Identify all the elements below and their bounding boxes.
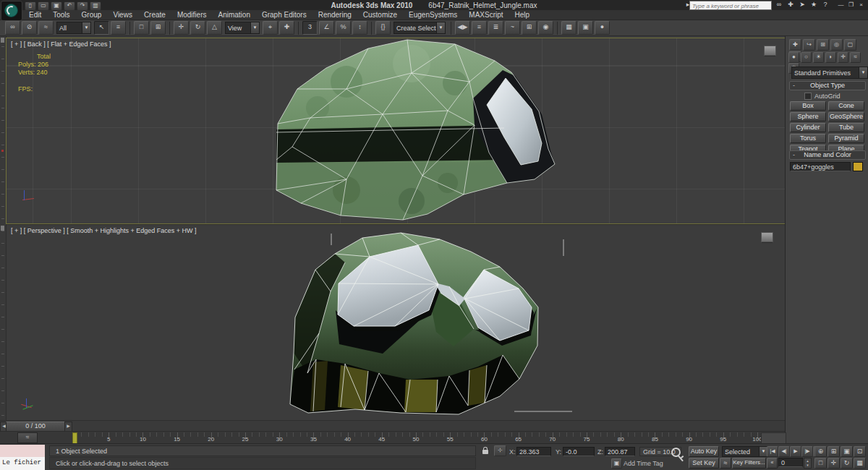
viewport-back[interactable]: [ + ] [ Back ] [ Flat + Edged Faces ] To… [6, 38, 786, 224]
add-time-tag[interactable]: Add Time Tag [624, 460, 663, 467]
geosphere-button[interactable]: GeoSphere [828, 112, 864, 121]
maxscript-mini-listener[interactable]: Le fichier C [0, 457, 45, 470]
z-coordinate-field[interactable]: 200.87 [605, 447, 635, 456]
hierarchy-tab[interactable]: ⊞ [817, 39, 829, 51]
percent-snap-button[interactable]: % [336, 21, 351, 35]
object-type-rollout[interactable]: - Object Type [789, 81, 866, 90]
select-and-scale-button[interactable]: △ [207, 21, 222, 35]
zoom-button[interactable]: ⊕ [814, 446, 827, 457]
bind-to-space-warp-button[interactable]: ≈ [38, 21, 54, 35]
infocenter-help-icon[interactable]: ? [820, 1, 830, 9]
time-slider-handle[interactable]: 0 / 100 [6, 422, 65, 432]
y-coordinate-field[interactable]: -0.0 [563, 447, 595, 456]
modify-tab[interactable]: ↪ [803, 39, 815, 51]
key-filters-button[interactable]: Key Filters... [732, 458, 766, 469]
zoom-all-button[interactable]: ⊞ [827, 446, 840, 457]
zoom-extents-selected-button[interactable]: ▣ [841, 446, 853, 457]
subscription-wrench-icon[interactable]: ✚ [786, 1, 796, 9]
schematic-view-button[interactable]: ⊞ [522, 21, 537, 35]
render-setup-button[interactable]: ▦ [561, 21, 576, 35]
auto-key-button[interactable]: Auto Key [689, 446, 719, 457]
cone-button[interactable]: Cone [828, 101, 864, 111]
menu-graph-editors[interactable]: Graph Editors [256, 10, 312, 20]
restore-button[interactable]: ❐ [846, 1, 856, 9]
pyramid-button[interactable]: Pyramid [828, 134, 864, 143]
snap-toggle-button[interactable]: 3 [302, 21, 318, 35]
minimize-button[interactable]: — [836, 1, 846, 9]
previous-frame-button[interactable]: ◀| [778, 446, 790, 457]
lights-category[interactable]: ☀ [813, 52, 824, 63]
orbit-viewport-button[interactable]: ↻ [841, 458, 853, 469]
menu-maxscript[interactable]: MAXScript [463, 10, 509, 20]
communication-center-icon[interactable]: ➤ [797, 1, 807, 9]
menu-customize[interactable]: Customize [357, 10, 403, 20]
cylinder-button[interactable]: Cylinder [790, 123, 826, 132]
window-crossing-toggle-button[interactable]: ⊞ [150, 21, 166, 35]
key-mode-dropdown[interactable]: Selected▼ [722, 446, 768, 457]
sphere-button[interactable]: Sphere [790, 112, 826, 121]
spacewarps-category[interactable]: ≈ [850, 52, 861, 63]
zoom-region-button[interactable]: □ [814, 458, 827, 469]
track-bar[interactable]: ≈ 05101520253035404550556065707580859095… [0, 431, 785, 443]
time-slider[interactable]: ◀ 0 / 100 ▶ [0, 420, 785, 431]
frame-spinner[interactable]: ▴▾ [804, 458, 812, 469]
create-tab[interactable]: ✚ [789, 39, 801, 51]
selection-lock-toggle[interactable] [480, 446, 491, 456]
primitive-category-dropdown[interactable]: Standard Primitives▼ [791, 67, 868, 79]
unlink-selection-button[interactable]: ⊘ [22, 21, 37, 35]
favorites-star-icon[interactable]: ★ [809, 1, 819, 9]
mirror-button[interactable]: ◀▶ [455, 21, 470, 35]
viewport-perspective[interactable]: [ + ] [ Perspective ] [ Smooth + Highlig… [6, 224, 786, 422]
use-pivot-point-button[interactable]: ⌖ [263, 21, 278, 35]
viewport-label[interactable]: [ + ] [ Back ] [ Flat + Edged Faces ] [11, 40, 111, 48]
menu-group[interactable]: Group [76, 10, 108, 20]
next-frame-button[interactable]: |▶ [801, 446, 813, 457]
menu-help[interactable]: Help [509, 10, 536, 20]
angle-snap-button[interactable]: ∠ [319, 21, 334, 35]
align-button[interactable]: ≡ [472, 21, 487, 35]
material-editor-button[interactable]: ◉ [538, 21, 553, 35]
viewport-tab-icon[interactable] [1, 226, 4, 231]
spinner-snap-button[interactable]: ↕ [352, 21, 367, 35]
max-logo-button[interactable] [1, 1, 22, 21]
autogrid-checkbox[interactable] [804, 93, 812, 101]
helpers-category[interactable]: ✛ [838, 52, 848, 63]
menu-modifiers[interactable]: Modifiers [171, 10, 213, 20]
set-key-button[interactable]: Set Key [689, 458, 719, 469]
time-tag-icon[interactable]: ▣ [611, 458, 622, 469]
reference-coordinate-dropdown[interactable]: View▼ [225, 22, 260, 34]
select-and-move-button[interactable]: ✛ [174, 21, 189, 35]
object-name-field[interactable]: 6b47+goggles [790, 162, 851, 171]
go-to-start-button[interactable]: |◀ [767, 446, 778, 457]
menu-create[interactable]: Create [138, 10, 171, 20]
time-step-forward-button[interactable]: ▶ [64, 422, 72, 432]
geometry-category[interactable]: ● [788, 52, 799, 63]
menu-edit[interactable]: Edit [23, 10, 47, 20]
curve-editor-button[interactable]: ~ [505, 21, 520, 35]
menu-views[interactable]: Views [107, 10, 138, 20]
play-animation-button[interactable]: ▶ [790, 446, 801, 457]
rendered-frame-window-button[interactable]: ▣ [578, 21, 593, 35]
default-in-out-tangents-button[interactable]: ≈ [720, 458, 731, 469]
pan-view-button[interactable]: ✛ [827, 458, 840, 469]
current-frame-field[interactable]: 0 [778, 458, 803, 467]
helmet-model-perspective-view[interactable] [7, 225, 785, 421]
absolute-mode-toggle[interactable]: ⊹ [494, 445, 506, 456]
display-tab[interactable]: ▢ [844, 39, 856, 51]
select-and-rotate-button[interactable]: ↻ [190, 21, 205, 35]
select-and-manipulate-button[interactable]: ✚ [279, 21, 294, 35]
close-button[interactable]: × [856, 1, 866, 9]
search-input[interactable] [690, 3, 770, 9]
viewport-tab-icon[interactable] [1, 38, 4, 43]
shapes-category[interactable]: ○ [801, 52, 812, 63]
edit-named-selection-sets-button[interactable]: {} [375, 21, 391, 35]
menu-tools[interactable]: Tools [47, 10, 75, 20]
object-color-swatch[interactable] [853, 162, 863, 171]
menu-rendering[interactable]: Rendering [312, 10, 357, 20]
helmet-model-back-view[interactable] [7, 38, 785, 223]
x-coordinate-field[interactable]: 28.363 [516, 447, 551, 456]
selection-filter-dropdown[interactable]: All▼ [56, 22, 91, 34]
key-mode-toggle-button[interactable]: « [767, 458, 778, 469]
maxscript-macro-recorder[interactable] [0, 445, 45, 458]
menu-animation[interactable]: Animation [212, 10, 255, 20]
